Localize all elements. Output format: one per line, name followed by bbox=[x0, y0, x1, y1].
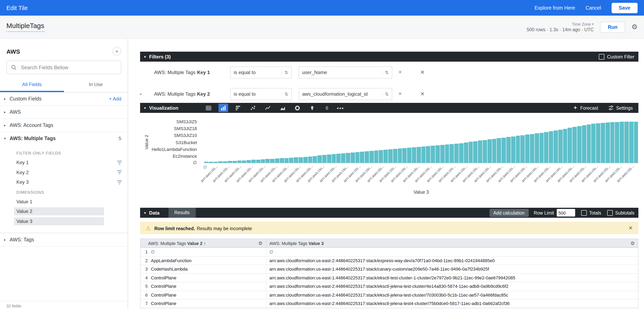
filter-operator-select[interactable]: is equal to ⇅ bbox=[230, 88, 292, 100]
chart-bar[interactable] bbox=[270, 159, 274, 163]
chart-bar[interactable] bbox=[459, 143, 464, 163]
sort-arrow-icon[interactable]: ↑ bbox=[204, 241, 206, 246]
remove-filter-icon[interactable]: ✕ bbox=[420, 69, 425, 75]
filter-icon[interactable] bbox=[117, 160, 122, 165]
column-chart-viz-icon[interactable] bbox=[218, 104, 228, 112]
cell-value-2[interactable]: ∅ bbox=[151, 249, 155, 254]
chart-bar[interactable] bbox=[204, 162, 208, 163]
chart-bar[interactable] bbox=[303, 157, 308, 163]
chart-bar[interactable] bbox=[384, 150, 388, 163]
chart-bar[interactable] bbox=[393, 149, 398, 163]
chart-bar[interactable] bbox=[412, 147, 416, 163]
cell-value-3[interactable]: arn:aws:cloudformation:us-east-2:4486402… bbox=[269, 301, 510, 306]
field-item-value-2[interactable]: Value 2 bbox=[0, 206, 128, 216]
filters-section-header[interactable]: ▾ Filters (3) Custom Filter bbox=[140, 52, 638, 62]
chart-bar[interactable] bbox=[539, 133, 544, 163]
cell-value-2[interactable]: ControlPlane bbox=[151, 301, 176, 306]
chart-bar[interactable] bbox=[440, 145, 445, 163]
filter-value-select[interactable]: aws_cloudformation_logical_id ⇅ bbox=[298, 88, 392, 100]
cancel-button[interactable]: Cancel bbox=[586, 5, 601, 10]
chart-bar[interactable] bbox=[464, 142, 468, 163]
chart-bar[interactable] bbox=[355, 152, 360, 163]
chart-bar[interactable] bbox=[591, 124, 596, 163]
chart-bar[interactable] bbox=[261, 159, 265, 163]
chart-bar[interactable] bbox=[232, 161, 237, 163]
chart-bar[interactable] bbox=[629, 122, 634, 163]
chart-bar[interactable] bbox=[360, 152, 364, 163]
chart-bar[interactable] bbox=[298, 157, 303, 163]
table-row[interactable]: 6ControlPlanearn:aws:cloudformation:us-e… bbox=[140, 291, 638, 300]
chart-bar[interactable] bbox=[520, 135, 525, 163]
chart-bar[interactable] bbox=[374, 150, 378, 163]
chart-bar[interactable] bbox=[445, 144, 449, 163]
bar-chart-viz-icon[interactable] bbox=[233, 104, 243, 112]
chart-bar[interactable] bbox=[473, 142, 478, 163]
cell-value-2[interactable]: CodeHashLambda bbox=[151, 267, 188, 272]
chart-bar[interactable] bbox=[572, 127, 577, 163]
gear-icon[interactable]: ⚙ bbox=[632, 24, 638, 30]
chart-bar[interactable] bbox=[266, 159, 270, 163]
chart-bar[interactable] bbox=[256, 160, 260, 163]
chart-bar[interactable] bbox=[620, 122, 624, 163]
collapse-triangle-icon[interactable]: ▾ bbox=[144, 55, 146, 59]
chart-bar[interactable] bbox=[313, 156, 317, 163]
forecast-button[interactable]: Forecast bbox=[572, 105, 598, 110]
donut-chart-viz-icon[interactable] bbox=[292, 104, 302, 112]
chart-bar[interactable] bbox=[488, 140, 492, 163]
chart-bar[interactable] bbox=[558, 130, 563, 163]
map-viz-icon[interactable] bbox=[307, 104, 317, 112]
chart-bar[interactable] bbox=[601, 123, 605, 163]
single-value-viz-icon[interactable]: 6 bbox=[322, 104, 332, 112]
chart-bar[interactable] bbox=[294, 157, 298, 163]
chart-bar[interactable] bbox=[549, 131, 553, 163]
line-chart-viz-icon[interactable] bbox=[263, 104, 272, 112]
close-icon[interactable]: ✕ bbox=[628, 225, 633, 231]
chart-bar[interactable] bbox=[346, 153, 350, 163]
chart-bar[interactable] bbox=[209, 162, 213, 163]
chart-bar[interactable] bbox=[379, 150, 383, 163]
table-row[interactable]: 5ControlPlanearn:aws:cloudformation:us-e… bbox=[140, 282, 638, 291]
chart-bar[interactable] bbox=[284, 158, 289, 163]
sidebar-group-multiple-tags[interactable]: ▾ AWS: Multiple Tags 5 bbox=[0, 132, 128, 145]
field-item-value-3[interactable]: Value 3 bbox=[0, 216, 128, 226]
timezone-selector[interactable]: Time Zone▾ bbox=[572, 22, 594, 26]
column-header-value-3[interactable]: AWS: Multiple Tags Value 3 ⚙ bbox=[266, 239, 638, 247]
custom-filter-checkbox[interactable] bbox=[598, 54, 604, 60]
sidebar-group-account-tags[interactable]: ▸ AWS: Account Tags bbox=[0, 119, 128, 132]
remove-filter-icon[interactable]: ✕ bbox=[420, 91, 425, 97]
cell-value-3[interactable]: arn:aws:cloudformation:us-east-2:4486402… bbox=[269, 292, 508, 298]
chart-bar[interactable] bbox=[341, 154, 346, 163]
chart-bar[interactable] bbox=[468, 142, 473, 163]
chart-bar[interactable] bbox=[289, 158, 294, 163]
save-button[interactable]: Save bbox=[612, 2, 638, 13]
chart-bar[interactable] bbox=[237, 160, 242, 163]
chart-bar[interactable] bbox=[615, 122, 620, 163]
subtotals-checkbox[interactable] bbox=[607, 210, 613, 216]
cell-value-2[interactable]: ControlPlane bbox=[151, 276, 176, 280]
chart-bar[interactable] bbox=[544, 132, 548, 163]
chart-bar[interactable] bbox=[431, 146, 435, 163]
chart-bar[interactable] bbox=[483, 140, 487, 163]
chart-bar[interactable] bbox=[586, 124, 591, 163]
scatter-viz-icon[interactable] bbox=[248, 104, 258, 112]
chart-bar[interactable] bbox=[596, 123, 600, 163]
collapse-sidebar-button[interactable]: « bbox=[112, 47, 121, 56]
chart-bar[interactable] bbox=[251, 160, 256, 163]
chart-bar[interactable] bbox=[318, 156, 322, 163]
chart-bar[interactable] bbox=[582, 126, 586, 163]
chart-bar[interactable] bbox=[511, 136, 516, 163]
sidebar-group-tags[interactable]: ▸ AWS: Tags bbox=[0, 233, 128, 246]
chart-bar[interactable] bbox=[280, 158, 284, 163]
field-item-value-1[interactable]: Value 1 bbox=[0, 197, 128, 206]
clear-value-icon[interactable]: ✕ bbox=[398, 70, 402, 75]
chart-bar[interactable] bbox=[450, 144, 454, 163]
column-gear-icon[interactable]: ⚙ bbox=[630, 241, 635, 246]
table-row[interactable]: 3CodeHashLambdaarn:aws:cloudformation:us… bbox=[140, 265, 638, 274]
cell-value-2[interactable]: ControlPlane bbox=[151, 292, 176, 298]
cell-value-2[interactable]: ControlPlane bbox=[151, 284, 176, 289]
table-viz-icon[interactable] bbox=[204, 104, 213, 112]
chart-bar[interactable] bbox=[516, 136, 520, 163]
chart-bar[interactable] bbox=[223, 161, 227, 163]
query-name-editable[interactable]: MultipleTags bbox=[6, 22, 44, 32]
chart-bar[interactable] bbox=[308, 156, 312, 163]
